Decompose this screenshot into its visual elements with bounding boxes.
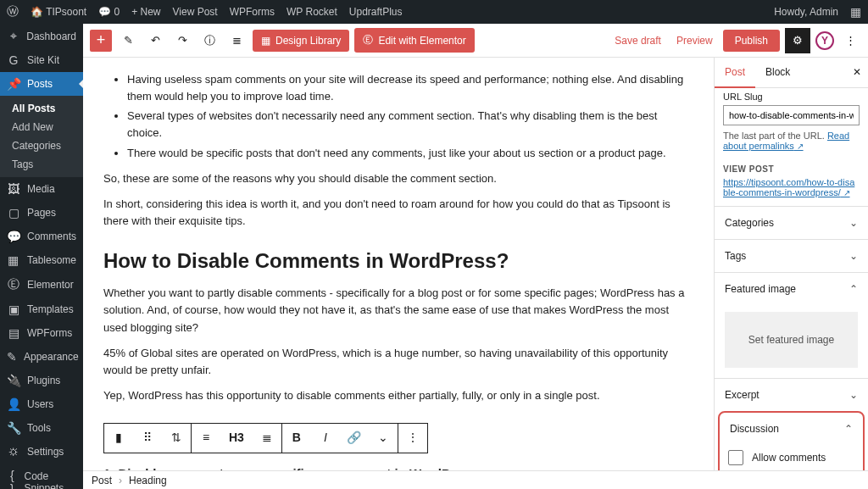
elementor-icon: Ⓔ [7, 277, 20, 292]
users-icon: 👤 [7, 397, 20, 411]
tab-block[interactable]: Block [755, 58, 800, 87]
move-up-down-icon[interactable]: ⇅ [162, 424, 191, 453]
checkbox-unchecked-icon [728, 450, 743, 465]
more-options-icon[interactable]: ⋮ [839, 30, 861, 52]
yoast-toggle-icon[interactable]: Y [815, 31, 834, 50]
bullet-list: Having useless spam comments on your sit… [103, 71, 693, 162]
sidebar-item-sitekit[interactable]: GSite Kit [0, 48, 83, 72]
new-content[interactable]: + New [131, 6, 160, 18]
paragraph[interactable]: So, these are some of the reasons why yo… [103, 170, 693, 187]
list-item[interactable]: Several types of websites don't necessar… [127, 108, 693, 142]
panel-header-discussion[interactable]: Discussion⌃ [720, 413, 863, 445]
design-library-button[interactable]: ▦Design Library [253, 30, 349, 52]
allow-comments-checkbox[interactable]: Allow comments [720, 445, 863, 470]
sidebar-item-tools[interactable]: 🔧Tools [0, 416, 83, 440]
sidebar-item-appearance[interactable]: ✎Appearance [0, 345, 83, 369]
more-rich-icon[interactable]: ⌄ [369, 424, 398, 453]
settings-toggle-icon[interactable]: ⚙ [785, 28, 810, 53]
panel-categories: Categories⌄ [715, 206, 868, 239]
sub-categories[interactable]: Categories [0, 136, 83, 155]
sidebar-item-posts[interactable]: 📌Posts [0, 72, 83, 96]
tab-post[interactable]: Post [715, 58, 755, 88]
external-icon: ↗ [841, 188, 850, 197]
wp-admin-sidebar: ⌖Dashboard GSite Kit 📌Posts All Posts Ad… [0, 24, 83, 489]
align-icon[interactable]: ≡ [192, 424, 220, 453]
sidebar-item-elementor[interactable]: ⒺElementor [0, 272, 83, 297]
sidebar-item-users[interactable]: 👤Users [0, 392, 83, 416]
sidebar-item-codesnippets[interactable]: { }Code Snippets [0, 464, 83, 489]
panel-header-categories[interactable]: Categories⌄ [715, 207, 868, 239]
edit-mode-icon[interactable]: ✎ [117, 30, 139, 52]
admin-bar: ⓦ 🏠 TIPsoont 💬 0 + New View Post WPForms… [0, 0, 868, 24]
publish-button[interactable]: Publish [723, 30, 780, 52]
sub-add-new[interactable]: Add New [0, 118, 83, 136]
tools-icon: 🔧 [7, 421, 20, 435]
slug-description: The last part of the URL. Read about per… [715, 131, 868, 158]
heading-h3[interactable]: 1- Disable comments on a specific page o… [103, 464, 693, 470]
redo-icon[interactable]: ↷ [171, 30, 193, 52]
set-featured-image-button[interactable]: Set featured image [725, 312, 858, 368]
block-more-icon[interactable]: ⋮ [398, 424, 427, 453]
breadcrumb-post[interactable]: Post [92, 475, 112, 486]
block-type-icon[interactable]: ▮ [104, 424, 133, 453]
sidebar-item-pages[interactable]: ▢Pages [0, 201, 83, 225]
panel-header-excerpt[interactable]: Excerpt⌄ [715, 379, 868, 411]
breadcrumb-heading[interactable]: Heading [129, 475, 167, 486]
paragraph[interactable]: In short, considering this idea is worth… [103, 196, 693, 230]
sidebar-item-settings[interactable]: ⛭Settings [0, 440, 83, 464]
sidebar-item-media[interactable]: 🖼Media [0, 177, 83, 201]
appearance-icon: ✎ [7, 350, 17, 364]
heading-h2[interactable]: How to Disable Comments in WordPress? [103, 245, 693, 276]
wpforms-link[interactable]: WPForms [230, 6, 275, 18]
undo-icon[interactable]: ↶ [144, 30, 166, 52]
updraft-link[interactable]: UpdraftPlus [349, 6, 403, 18]
details-icon[interactable]: ⓘ [198, 30, 220, 52]
sidebar-item-dashboard[interactable]: ⌖Dashboard [0, 24, 83, 48]
url-slug-label: URL Slug [715, 88, 868, 105]
sub-all-posts[interactable]: All Posts [0, 99, 83, 118]
drag-handle-icon[interactable]: ⠿ [133, 424, 162, 453]
block-breadcrumb: Post › Heading [83, 470, 868, 489]
list-item[interactable]: Having useless spam comments on your sit… [127, 71, 693, 105]
howdy-user[interactable]: Howdy, Admin [774, 6, 838, 18]
link-icon[interactable]: 🔗 [340, 424, 369, 453]
inserter-button[interactable]: + [90, 30, 112, 52]
sidebar-item-tablesome[interactable]: ▦Tablesome [0, 248, 83, 272]
sitekit-icon: G [7, 53, 20, 67]
permalink: https://tipsoont.com/how-to-disable-comm… [715, 177, 868, 206]
sidebar-item-plugins[interactable]: 🔌Plugins [0, 369, 83, 392]
sidebar-item-comments[interactable]: 💬Comments [0, 225, 83, 248]
save-draft-button[interactable]: Save draft [609, 31, 666, 50]
list-item[interactable]: There would be specific posts that don't… [127, 145, 693, 162]
italic-icon[interactable]: I [311, 424, 340, 453]
sidebar-item-wpforms[interactable]: ▤WPForms [0, 321, 83, 345]
view-post-link[interactable]: View Post [173, 6, 218, 18]
text-align-icon[interactable]: ≣ [253, 424, 281, 453]
block-editor: + ✎ ↶ ↷ ⓘ ≣ ▦Design Library ⒺEdit with E… [83, 24, 868, 489]
settings-sidebar: Post Block ✕ URL Slug The last part of t… [714, 58, 868, 470]
tablesome-icon: ▦ [7, 253, 20, 267]
editor-content[interactable]: Having useless spam comments on your sit… [83, 58, 714, 470]
paragraph[interactable]: 45% of Global sites are operated on Word… [103, 345, 693, 379]
templates-icon: ▣ [7, 303, 20, 316]
sidebar-item-templates[interactable]: ▣Templates [0, 297, 83, 321]
permalink-link[interactable]: https://tipsoont.com/how-to-disable-comm… [723, 177, 854, 197]
bold-icon[interactable]: B [282, 424, 311, 453]
heading-level-button[interactable]: H3 [220, 424, 253, 453]
close-sidebar-icon[interactable]: ✕ [853, 66, 861, 78]
url-slug-input[interactable] [723, 105, 860, 125]
wprocket-link[interactable]: WP Rocket [287, 6, 337, 18]
comments-count[interactable]: 💬 0 [98, 6, 120, 18]
avatar-icon[interactable]: ▦ [850, 5, 861, 19]
list-view-icon[interactable]: ≣ [225, 30, 248, 52]
paragraph[interactable]: Yep, WordPress has this opportunity to d… [103, 387, 693, 404]
sub-tags[interactable]: Tags [0, 155, 83, 174]
site-home-link[interactable]: 🏠 TIPsoont [31, 6, 86, 18]
panel-excerpt: Excerpt⌄ [715, 378, 868, 411]
panel-header-featured[interactable]: Featured image⌃ [715, 273, 868, 305]
paragraph[interactable]: Whether you want to partly disable comme… [103, 285, 693, 336]
edit-elementor-button[interactable]: ⒺEdit with Elementor [354, 28, 474, 53]
preview-button[interactable]: Preview [671, 31, 718, 50]
wp-logo-icon[interactable]: ⓦ [7, 4, 19, 19]
panel-header-tags[interactable]: Tags⌄ [715, 240, 868, 272]
